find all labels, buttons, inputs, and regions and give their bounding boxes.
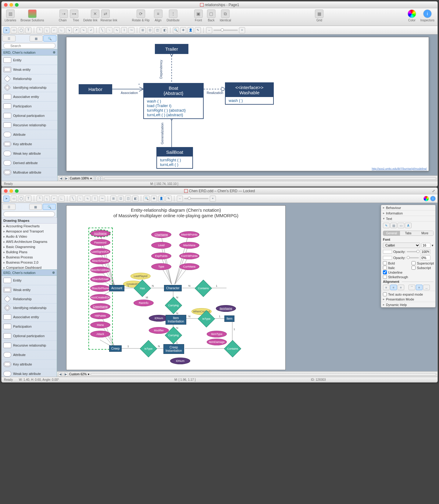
- uml-harbor[interactable]: Harbor: [79, 84, 112, 94]
- zoom-slider[interactable]: [213, 30, 238, 31]
- search-input2[interactable]: [3, 211, 55, 217]
- rel-carrying2[interactable]: Carrying: [167, 329, 180, 342]
- tb-libraries[interactable]: Libraries: [5, 19, 16, 22]
- zoom-value2[interactable]: Custom 62%: [69, 373, 87, 376]
- expand-icon[interactable]: ⤢: [432, 189, 435, 193]
- attr-type[interactable]: Type: [151, 263, 171, 270]
- opacity-slider[interactable]: [407, 251, 419, 252]
- tree-item[interactable]: Business Process 2,0: [2, 260, 57, 265]
- line1-icon[interactable]: ╲: [99, 27, 105, 33]
- attr-hitpoints[interactable]: HitPoints: [90, 312, 110, 319]
- tb-browse[interactable]: Browse Solutions: [20, 19, 44, 22]
- inspectors-icon[interactable]: i: [423, 9, 432, 18]
- l2-icon[interactable]: ⟍: [77, 196, 83, 202]
- lib-item[interactable]: Entity: [2, 56, 57, 65]
- zoom-out-icon[interactable]: –: [177, 196, 183, 202]
- tb-tree[interactable]: Tree: [73, 19, 79, 22]
- page-prev-icon[interactable]: ◀: [58, 372, 62, 376]
- library-header2[interactable]: ERD, Chen's notation⊗: [2, 269, 57, 276]
- ent-character[interactable]: Character: [164, 285, 182, 291]
- close-icon[interactable]: [4, 3, 8, 7]
- grid-view-icon[interactable]: ▦: [29, 204, 42, 210]
- tree-item[interactable]: Business Process: [2, 255, 57, 260]
- conn3-icon[interactable]: ⌐: [51, 27, 57, 33]
- pencil-icon[interactable]: ✎: [383, 223, 390, 228]
- tb-identical[interactable]: Identical: [220, 19, 231, 22]
- tb-color[interactable]: Color: [408, 19, 416, 22]
- tab-general[interactable]: General: [383, 231, 400, 236]
- chevron-right-icon[interactable]: ▸: [383, 303, 385, 307]
- attr-modifier[interactable]: Modifier: [149, 327, 169, 334]
- zoom-slider2[interactable]: [184, 198, 209, 199]
- chevron-right-icon[interactable]: ▸: [383, 297, 385, 301]
- line5-icon[interactable]: ⤳: [128, 27, 134, 33]
- ent-creep[interactable]: Creep: [109, 345, 122, 352]
- chevron-down-icon[interactable]: ▾: [383, 217, 385, 221]
- font-select[interactable]: Calibri: [383, 243, 420, 248]
- tb-front[interactable]: Front: [195, 19, 202, 22]
- underline-checkbox[interactable]: [383, 270, 387, 274]
- valign-mid-icon[interactable]: ≡: [416, 285, 423, 290]
- tb-dellink[interactable]: Delete link: [83, 19, 98, 22]
- attr-currhitpoints[interactable]: CurrHitPoints: [179, 253, 199, 259]
- lib-item[interactable]: Weak entity: [2, 285, 57, 295]
- snap3-icon[interactable]: ◫: [154, 27, 160, 33]
- search-input[interactable]: [3, 43, 55, 49]
- c3-icon[interactable]: ⌐: [51, 196, 57, 202]
- bold-checkbox[interactable]: [383, 261, 387, 265]
- align-icon[interactable]: ≡: [154, 9, 162, 18]
- font-A-icon[interactable]: A: [405, 223, 412, 228]
- tab-tabs[interactable]: Tabs: [400, 231, 417, 236]
- attr-level[interactable]: Level: [151, 242, 171, 249]
- close-library-icon[interactable]: ⊗: [52, 271, 55, 275]
- lib-item[interactable]: Multivalue attribute: [2, 168, 57, 177]
- snap4-icon[interactable]: ◧: [162, 27, 168, 33]
- opacity-input[interactable]: [420, 249, 430, 254]
- pg1-icon[interactable]: ▯: [93, 176, 97, 181]
- tree-icon[interactable]: ⊶: [70, 9, 78, 18]
- valign-top-icon[interactable]: ⎴: [409, 285, 415, 290]
- ent-account[interactable]: Account: [109, 285, 124, 291]
- align-left-icon[interactable]: ≡: [383, 285, 390, 290]
- conn8-icon[interactable]: ⤶: [88, 27, 94, 33]
- lib-item[interactable]: Participation: [2, 322, 57, 331]
- color-icon[interactable]: [423, 196, 429, 201]
- attr-currmana[interactable]: CurrMana: [179, 263, 199, 270]
- tb-align[interactable]: Align: [155, 19, 161, 22]
- attr-sbscrbrphone[interactable]: SbscrbrPhone: [90, 285, 110, 292]
- l1-icon[interactable]: ╲: [70, 196, 76, 202]
- zoomin-icon[interactable]: 🔍: [173, 27, 179, 33]
- stroke-swatch[interactable]: [383, 256, 392, 260]
- s4-icon[interactable]: ◧: [132, 196, 138, 202]
- c4-icon[interactable]: ∟: [59, 196, 65, 202]
- chain-icon[interactable]: ⇢: [59, 9, 68, 18]
- autoexpand-checkbox[interactable]: [383, 292, 387, 296]
- attr-creepname[interactable]: CreepName: [90, 303, 110, 310]
- titlebar2[interactable]: Chen ERD.cdd – Chen's ERD — Locked ⤢: [2, 188, 437, 194]
- pointer-tool-icon[interactable]: ➤: [3, 27, 9, 33]
- attr-charname[interactable]: CharName: [151, 231, 171, 238]
- canvas-area2[interactable]: Entity-relationship diagram (Chen's nota…: [57, 203, 437, 377]
- uml-sailboat[interactable]: SailBoat turnRight ( ) turnLeft ( ): [156, 147, 193, 169]
- s1-icon[interactable]: ⊞: [110, 196, 116, 202]
- sec-dynamic-help[interactable]: Dynamic Help: [386, 303, 407, 307]
- conn2-icon[interactable]: ┐: [44, 27, 50, 33]
- attr-sbscrbremail[interactable]: SbscrbrEmail: [90, 276, 110, 283]
- lib-item[interactable]: Recursive relationship: [2, 341, 57, 350]
- attr-maxmana[interactable]: MaxMana: [179, 242, 199, 249]
- sec-presentation[interactable]: Presentation Mode: [386, 297, 414, 301]
- user-icon[interactable]: 👤: [187, 27, 194, 33]
- c1-icon[interactable]: └: [37, 196, 43, 202]
- line4-icon[interactable]: ⌇: [121, 27, 127, 33]
- ent-item-instantiation[interactable]: Item Instantiation: [166, 315, 186, 325]
- browse-solutions-icon[interactable]: [28, 9, 37, 18]
- ent-item[interactable]: Item: [224, 315, 234, 322]
- close-library-icon[interactable]: ⊗: [53, 50, 55, 54]
- info-icon[interactable]: i: [430, 196, 436, 201]
- lib-item[interactable]: Optional participation: [2, 111, 57, 121]
- attr-lastsignedon[interactable]: LastSignedOn: [90, 248, 110, 255]
- rel-contains[interactable]: Contains: [197, 282, 210, 295]
- sec-information[interactable]: Information: [386, 211, 403, 215]
- tab-more[interactable]: More: [416, 231, 433, 236]
- reverse-link-icon[interactable]: ⇄: [101, 9, 110, 18]
